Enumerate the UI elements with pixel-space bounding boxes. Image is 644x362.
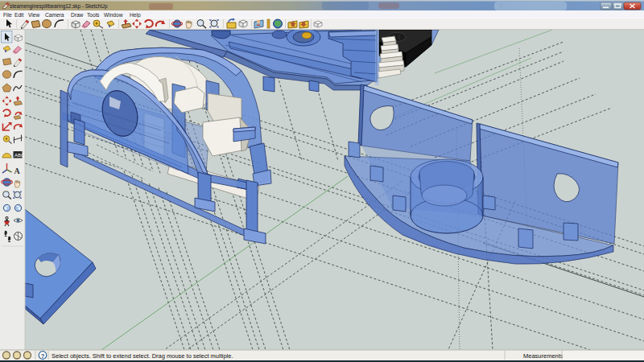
svg-text:?: ? (41, 352, 45, 360)
svg-text:steamenginesplitbearing12.skp: steamenginesplitbearing12.skp - SketchUp (10, 3, 108, 10)
svg-text:Select objects. Shift to exten: Select objects. Shift to extend select. … (52, 352, 233, 360)
svg-text:Window: Window (104, 12, 123, 18)
svg-text:Tools: Tools (87, 12, 100, 18)
svg-text:Edit: Edit (14, 12, 24, 18)
svg-text:Camera: Camera (45, 12, 64, 18)
svg-text:ABC: ABC (14, 153, 25, 158)
svg-text:Draw: Draw (71, 12, 84, 18)
svg-text:Help: Help (130, 12, 141, 19)
svg-text:View: View (28, 12, 39, 18)
svg-text:A: A (14, 167, 21, 175)
svg-text:Measurements: Measurements (523, 352, 564, 360)
svg-text:File: File (3, 12, 12, 18)
